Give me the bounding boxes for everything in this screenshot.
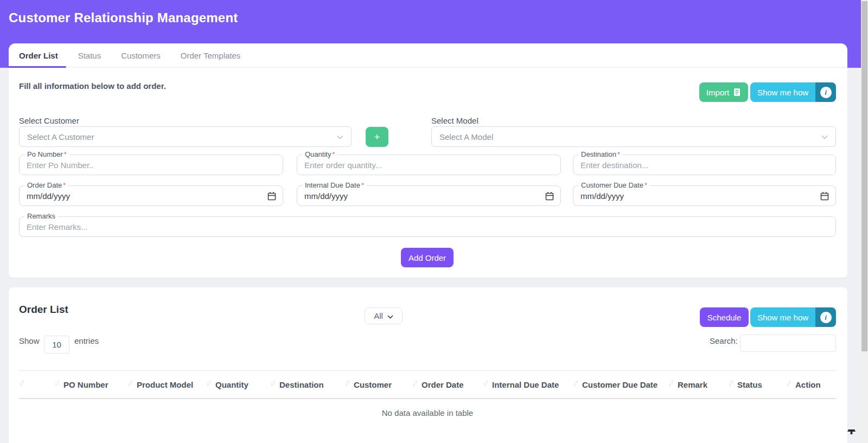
sort-icon: ↓↑ [728, 378, 733, 390]
page: Customer Relationship Management Order L… [0, 0, 868, 443]
column-header-po-number[interactable]: ↓↑PO Number [54, 371, 127, 399]
sort-icon: ↓↑ [573, 378, 578, 390]
sort-icon: ↓↑ [127, 378, 133, 390]
customer-due-date-value: mm/dd/yyyy [580, 191, 624, 201]
add-order-button[interactable]: Add Order [401, 248, 454, 267]
calendar-icon[interactable] [267, 191, 276, 203]
required-marker: * [332, 150, 335, 158]
import-button-label: Import [706, 88, 730, 97]
column-header-expand[interactable]: ↓↑ [19, 371, 54, 399]
show-me-how-info-segment[interactable]: i [815, 82, 836, 102]
internal-due-date-input[interactable]: Internal Due Date* mm/dd/yyyy [297, 185, 561, 206]
po-number-placeholder: Enter Po Number.. [27, 160, 93, 170]
entries-label: entries [74, 336, 99, 345]
internal-due-date-value: mm/dd/yyyy [304, 191, 348, 201]
order-date-value: mm/dd/yyyy [27, 191, 70, 201]
show-me-how-button[interactable]: Show me how i [750, 307, 836, 327]
column-header-status[interactable]: ↓↑Status [728, 371, 786, 399]
column-header-internal-due-date[interactable]: ↓↑Internal Due Date [483, 371, 573, 399]
import-button[interactable]: Import [699, 82, 748, 102]
sort-icon: ↓↑ [668, 378, 674, 390]
select-customer-dropdown[interactable]: Select A Customer [19, 126, 352, 147]
scrollbar-thumb[interactable] [861, 1, 867, 351]
show-me-how-button[interactable]: Show me how i [750, 82, 836, 102]
required-marker: * [361, 181, 364, 189]
show-label: Show [19, 336, 40, 345]
show-me-how-label: Show me how [750, 82, 815, 102]
column-header-quantity[interactable]: ↓↑Quantity [206, 371, 270, 399]
tab-order-list[interactable]: Order List [19, 51, 58, 60]
po-number-input[interactable]: Po Number* Enter Po Number.. [19, 155, 283, 175]
select-model-label: Select Model [431, 116, 478, 125]
status-filter-dropdown[interactable]: All [365, 307, 403, 324]
search-input[interactable] [740, 335, 836, 352]
calendar-icon[interactable] [820, 191, 829, 203]
tab-order-templates[interactable]: Order Templates [181, 51, 241, 60]
remarks-input[interactable]: Remarks Enter Remarks... [19, 216, 836, 237]
sort-icon: ↓↑ [786, 378, 792, 390]
active-tab-indicator [9, 66, 66, 68]
orders-table: ↓↑ ↓↑PO Number ↓↑Product Model ↓↑Quantit… [19, 370, 836, 439]
po-number-label: Po Number [27, 150, 63, 158]
required-marker: * [63, 181, 66, 189]
chevron-down-icon [821, 132, 828, 142]
column-header-product-model[interactable]: ↓↑Product Model [127, 371, 206, 399]
sort-icon: ↓↑ [54, 378, 60, 390]
page-scrollbar [861, 0, 868, 443]
select-customer-placeholder: Select A Customer [27, 132, 337, 142]
destination-input[interactable]: Destination* Enter destination... [573, 155, 836, 175]
customer-due-date-input[interactable]: Customer Due Date* mm/dd/yyyy [573, 185, 836, 206]
column-header-action[interactable]: ↓↑Action [786, 371, 836, 399]
sort-icon: ↓↑ [206, 378, 212, 390]
destination-label: Destination [581, 150, 616, 158]
tab-bar: Order List Status Customers Order Templa… [9, 43, 847, 68]
quantity-input[interactable]: Quantity* Enter order quantity... [297, 155, 561, 175]
mouse-cursor [847, 429, 856, 434]
form-instruction: Fill all information below to add order. [19, 81, 166, 91]
column-header-customer[interactable]: ↓↑Customer [344, 371, 412, 399]
entries-count-input[interactable] [44, 336, 69, 354]
column-header-remark[interactable]: ↓↑Remark [668, 371, 728, 399]
order-date-label: Order Date [27, 181, 62, 189]
info-icon: i [820, 312, 832, 323]
destination-placeholder: Enter destination... [580, 160, 648, 170]
tab-customers[interactable]: Customers [121, 51, 161, 60]
calendar-icon[interactable] [545, 191, 554, 203]
sort-icon: ↓↑ [19, 378, 24, 390]
show-me-how-label: Show me how [750, 307, 815, 327]
quantity-label: Quantity [305, 150, 331, 158]
customer-due-date-label: Customer Due Date [581, 181, 643, 189]
info-icon: i [820, 87, 832, 98]
show-me-how-info-segment[interactable]: i [815, 307, 836, 327]
sort-icon: ↓↑ [270, 378, 276, 390]
chevron-down-icon [337, 132, 343, 142]
column-header-order-date[interactable]: ↓↑Order Date [412, 371, 483, 399]
required-marker: * [617, 150, 620, 158]
file-import-icon [733, 88, 741, 97]
empty-state-message: No data available in table [19, 399, 836, 439]
required-marker: * [64, 150, 67, 158]
empty-state-row: No data available in table [19, 399, 836, 439]
add-customer-button[interactable]: + [366, 127, 388, 147]
quantity-placeholder: Enter order quantity... [304, 160, 382, 170]
required-marker: * [644, 181, 647, 189]
schedule-button[interactable]: Schedule [700, 307, 749, 327]
chevron-down-icon [387, 311, 393, 320]
sort-icon: ↓↑ [344, 378, 350, 390]
select-customer-label: Select Customer [19, 116, 79, 125]
select-model-dropdown[interactable]: Select A Model [431, 126, 836, 147]
table-header-row: ↓↑ ↓↑PO Number ↓↑Product Model ↓↑Quantit… [19, 371, 836, 399]
sort-icon: ↓↑ [483, 378, 488, 390]
search-label: Search: [710, 336, 737, 345]
tab-status[interactable]: Status [78, 51, 101, 60]
order-list-title: Order List [19, 304, 68, 316]
remarks-label: Remarks [27, 212, 55, 220]
column-header-customer-due-date[interactable]: ↓↑Customer Due Date [573, 371, 668, 399]
sort-icon: ↓↑ [412, 378, 418, 390]
internal-due-date-label: Internal Due Date [305, 181, 360, 189]
column-header-destination[interactable]: ↓↑Destination [270, 371, 344, 399]
order-date-input[interactable]: Order Date* mm/dd/yyyy [19, 185, 283, 206]
select-model-placeholder: Select A Model [439, 132, 821, 142]
order-list-card: Order List All Schedule Show me how i Sh… [9, 287, 847, 443]
add-order-card: Order List Status Customers Order Templa… [9, 43, 847, 278]
